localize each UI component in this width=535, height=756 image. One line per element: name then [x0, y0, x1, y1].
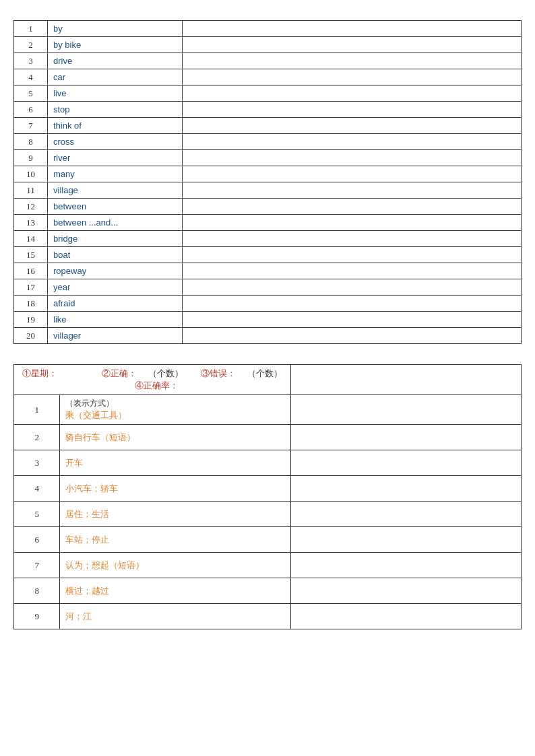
vocab-word: stop [48, 102, 183, 118]
vocab-translation [183, 199, 522, 215]
vocab-num: 11 [14, 182, 48, 199]
vocab-num: 15 [14, 247, 48, 263]
vocab-row: 14 bridge [14, 231, 522, 247]
review-content: （表示方式） 乘（交通工具） [60, 395, 290, 425]
vocab-word: year [48, 279, 183, 296]
vocab-row: 7 think of [14, 118, 522, 134]
review-empty [290, 553, 521, 578]
review-cn: 乘（交通工具） [65, 410, 127, 420]
vocab-row: 10 many [14, 166, 522, 182]
vocab-translation [183, 279, 522, 296]
review-num: 3 [14, 450, 60, 476]
review-row: 9 河；江 [14, 604, 522, 629]
vocab-word: car [48, 69, 183, 85]
vocab-row: 13 between ...and... [14, 215, 522, 231]
vocab-num: 14 [14, 231, 48, 247]
review-header-empty [290, 365, 521, 395]
vocab-num: 17 [14, 279, 48, 296]
vocab-row: 4 car [14, 69, 522, 85]
vocab-word: by bike [48, 37, 183, 53]
vocab-word: between ...and... [48, 215, 183, 231]
review-empty [290, 502, 521, 527]
review-num: 2 [14, 425, 60, 450]
review-cn: 骑自行车（短语） [65, 432, 135, 442]
vocab-row: 19 like [14, 312, 522, 328]
vocab-num: 12 [14, 199, 48, 215]
review-empty [290, 527, 521, 553]
vocab-row: 3 drive [14, 53, 522, 69]
vocab-row: 1 by [14, 21, 522, 37]
vocab-word: between [48, 199, 183, 215]
vocab-row: 15 boat [14, 247, 522, 263]
review-num: 9 [14, 604, 60, 629]
review-cn: 横过；越过 [65, 586, 109, 596]
vocab-num: 7 [14, 118, 48, 134]
review-content: 居住；生活 [60, 502, 290, 527]
review-row: 6 车站；停止 [14, 527, 522, 553]
review-num: 1 [14, 395, 60, 425]
review-cn: 认为；想起（短语） [65, 560, 144, 570]
vocab-num: 3 [14, 53, 48, 69]
review-content: 小汽车；轿车 [60, 476, 290, 502]
review-content: 河；江 [60, 604, 290, 629]
review-num: 7 [14, 553, 60, 578]
review-num: 8 [14, 578, 60, 604]
vocab-translation [183, 231, 522, 247]
review-empty [290, 604, 521, 629]
review-content: 骑自行车（短语） [60, 425, 290, 450]
review-note: （表示方式） [65, 399, 114, 408]
header-label-4: ④正确率： [135, 380, 179, 390]
vocab-table: 1 by 2 by bike 3 drive 4 car 5 live 6 st… [13, 20, 522, 344]
header-paren-2: （个数） [247, 368, 282, 378]
vocab-word: like [48, 312, 183, 328]
review-row: 1 （表示方式） 乘（交通工具） [14, 395, 522, 425]
vocab-row: 2 by bike [14, 37, 522, 53]
vocab-row: 8 cross [14, 134, 522, 150]
vocab-word: ropeway [48, 263, 183, 279]
vocab-row: 11 village [14, 182, 522, 199]
vocab-word: river [48, 150, 183, 166]
review-row: 7 认为；想起（短语） [14, 553, 522, 578]
header-paren-1: （个数） [148, 368, 183, 378]
header-label-1: ①星期： [22, 368, 57, 378]
vocab-translation [183, 215, 522, 231]
review-empty [290, 395, 521, 425]
review-row: 4 小汽车；轿车 [14, 476, 522, 502]
review-num: 6 [14, 527, 60, 553]
review-cn: 居住；生活 [65, 509, 109, 519]
vocab-word: many [48, 166, 183, 182]
vocab-translation [183, 37, 522, 53]
vocab-num: 19 [14, 312, 48, 328]
vocab-num: 2 [14, 37, 48, 53]
review-table: ①星期： ②正确： （个数） ③错误： （个数） ④正确率： 1 （表示方式） … [13, 364, 522, 629]
vocab-translation [183, 166, 522, 182]
vocab-translation [183, 21, 522, 37]
vocab-translation [183, 263, 522, 279]
vocab-translation [183, 53, 522, 69]
vocab-row: 12 between [14, 199, 522, 215]
vocab-row: 16 ropeway [14, 263, 522, 279]
vocab-word: live [48, 85, 183, 102]
review-row: 5 居住；生活 [14, 502, 522, 527]
vocab-word: by [48, 21, 183, 37]
vocab-num: 13 [14, 215, 48, 231]
review-empty [290, 450, 521, 476]
vocab-num: 9 [14, 150, 48, 166]
header-label-3: ③错误： [201, 368, 236, 378]
vocab-translation [183, 296, 522, 312]
header-label-2: ②正确： [102, 368, 137, 378]
vocab-word: villager [48, 328, 183, 344]
vocab-num: 1 [14, 21, 48, 37]
review-row: 3 开车 [14, 450, 522, 476]
vocab-row: 9 river [14, 150, 522, 166]
vocab-word: boat [48, 247, 183, 263]
vocab-word: cross [48, 134, 183, 150]
vocab-num: 6 [14, 102, 48, 118]
vocab-num: 20 [14, 328, 48, 344]
vocab-row: 6 stop [14, 102, 522, 118]
review-row: 2 骑自行车（短语） [14, 425, 522, 450]
vocab-num: 4 [14, 69, 48, 85]
vocab-translation [183, 182, 522, 199]
review-header-cell: ①星期： ②正确： （个数） ③错误： （个数） ④正确率： [14, 365, 291, 395]
vocab-word: afraid [48, 296, 183, 312]
